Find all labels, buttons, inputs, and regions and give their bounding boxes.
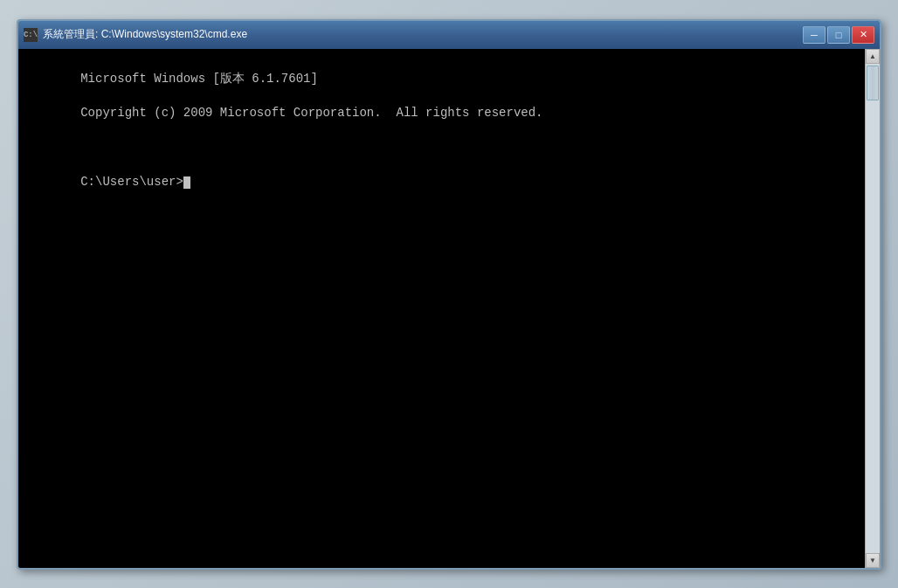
scroll-down-button[interactable]: ▼ [866,553,880,568]
terminal-line1: Microsoft Windows [版本 6.1.7601] [80,72,318,86]
scroll-track[interactable] [866,64,880,553]
minimize-button[interactable]: ─ [803,26,825,44]
terminal-content: Microsoft Windows [版本 6.1.7601] Copyrigh… [22,54,861,208]
scroll-thumb[interactable] [867,66,879,100]
terminal-line2: Copyright (c) 2009 Microsoft Corporation… [80,106,542,120]
title-bar-text: 系統管理員: C:\Windows\system32\cmd.exe [43,27,803,42]
close-icon: ✕ [860,29,867,40]
terminal-cursor [183,176,190,189]
scroll-up-button[interactable]: ▲ [866,49,880,64]
minimize-icon: ─ [811,30,818,40]
window-icon: C:\ [24,28,38,42]
close-button[interactable]: ✕ [852,26,874,44]
scrollbar: ▲ ▼ [865,49,880,568]
maximize-icon: □ [836,30,842,40]
cmd-window: C:\ 系統管理員: C:\Windows\system32\cmd.exe ─… [17,19,881,570]
title-bar-buttons: ─ □ ✕ [803,26,874,44]
window-body: Microsoft Windows [版本 6.1.7601] Copyrigh… [18,49,880,568]
maximize-button[interactable]: □ [827,26,850,44]
title-bar: C:\ 系統管理員: C:\Windows\system32\cmd.exe ─… [18,21,880,49]
terminal-area[interactable]: Microsoft Windows [版本 6.1.7601] Copyrigh… [18,49,865,568]
terminal-prompt: C:\Users\user> [80,175,183,189]
